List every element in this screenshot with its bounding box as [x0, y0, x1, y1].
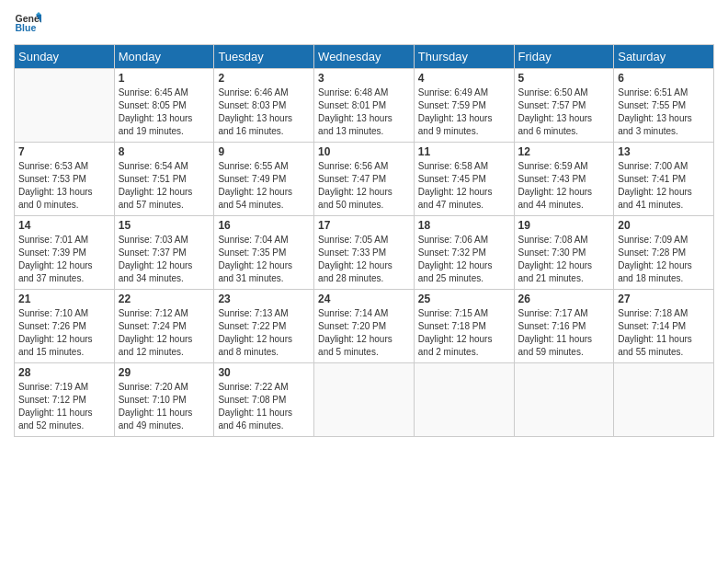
day-header-tuesday: Tuesday: [214, 45, 314, 69]
day-info: Sunrise: 6:53 AM Sunset: 7:53 PM Dayligh…: [18, 160, 110, 212]
calendar-cell: [314, 363, 415, 437]
calendar-cell: [614, 363, 714, 437]
calendar-cell: 21Sunrise: 7:10 AM Sunset: 7:26 PM Dayli…: [15, 290, 115, 363]
day-number: 26: [518, 293, 610, 305]
day-info: Sunrise: 7:05 AM Sunset: 7:33 PM Dayligh…: [318, 234, 410, 285]
svg-text:Blue: Blue: [16, 22, 37, 33]
day-number: 13: [618, 145, 710, 158]
day-number: 8: [119, 145, 210, 158]
day-number: 20: [618, 219, 710, 232]
day-info: Sunrise: 6:50 AM Sunset: 7:57 PM Dayligh…: [518, 86, 610, 138]
calendar-cell: 9Sunrise: 6:55 AM Sunset: 7:49 PM Daylig…: [214, 143, 314, 216]
day-number: 10: [318, 145, 410, 158]
calendar-cell: 19Sunrise: 7:08 AM Sunset: 7:30 PM Dayli…: [514, 216, 614, 290]
day-info: Sunrise: 7:19 AM Sunset: 7:12 PM Dayligh…: [18, 381, 110, 432]
day-number: 28: [18, 366, 110, 379]
day-info: Sunrise: 7:15 AM Sunset: 7:18 PM Dayligh…: [418, 307, 510, 359]
day-info: Sunrise: 7:00 AM Sunset: 7:41 PM Dayligh…: [618, 160, 710, 212]
calendar-cell: 24Sunrise: 7:14 AM Sunset: 7:20 PM Dayli…: [314, 290, 415, 363]
calendar-cell: 10Sunrise: 6:56 AM Sunset: 7:47 PM Dayli…: [314, 143, 415, 216]
day-number: 14: [18, 219, 110, 232]
calendar-week-2: 7Sunrise: 6:53 AM Sunset: 7:53 PM Daylig…: [15, 143, 714, 216]
logo-icon: General Blue: [14, 9, 41, 37]
day-number: 9: [218, 145, 310, 158]
calendar: SundayMondayTuesdayWednesdayThursdayFrid…: [14, 44, 714, 437]
calendar-cell: 29Sunrise: 7:20 AM Sunset: 7:10 PM Dayli…: [114, 363, 214, 437]
calendar-cell: 2Sunrise: 6:46 AM Sunset: 8:03 PM Daylig…: [214, 69, 314, 143]
calendar-cell: 23Sunrise: 7:13 AM Sunset: 7:22 PM Dayli…: [214, 290, 314, 363]
calendar-cell: 13Sunrise: 7:00 AM Sunset: 7:41 PM Dayli…: [614, 143, 714, 216]
day-info: Sunrise: 7:14 AM Sunset: 7:20 PM Dayligh…: [318, 307, 410, 359]
day-info: Sunrise: 6:48 AM Sunset: 8:01 PM Dayligh…: [318, 86, 410, 138]
day-number: 1: [119, 72, 210, 85]
day-number: 27: [618, 293, 710, 305]
day-number: 7: [18, 145, 110, 158]
calendar-cell: 14Sunrise: 7:01 AM Sunset: 7:39 PM Dayli…: [15, 216, 115, 290]
calendar-cell: 11Sunrise: 6:58 AM Sunset: 7:45 PM Dayli…: [414, 143, 514, 216]
calendar-cell: 18Sunrise: 7:06 AM Sunset: 7:32 PM Dayli…: [414, 216, 514, 290]
day-header-saturday: Saturday: [614, 45, 714, 69]
calendar-cell: [414, 363, 514, 437]
calendar-cell: 8Sunrise: 6:54 AM Sunset: 7:51 PM Daylig…: [114, 143, 214, 216]
day-number: 12: [518, 145, 610, 158]
day-number: 16: [218, 219, 310, 232]
calendar-cell: 30Sunrise: 7:22 AM Sunset: 7:08 PM Dayli…: [214, 363, 314, 437]
day-header-friday: Friday: [514, 45, 614, 69]
day-info: Sunrise: 7:06 AM Sunset: 7:32 PM Dayligh…: [418, 234, 510, 285]
day-number: 19: [518, 219, 610, 232]
day-info: Sunrise: 7:22 AM Sunset: 7:08 PM Dayligh…: [218, 381, 310, 432]
day-info: Sunrise: 6:45 AM Sunset: 8:05 PM Dayligh…: [119, 86, 210, 138]
calendar-cell: 3Sunrise: 6:48 AM Sunset: 8:01 PM Daylig…: [314, 69, 415, 143]
calendar-week-1: 1Sunrise: 6:45 AM Sunset: 8:05 PM Daylig…: [15, 69, 714, 143]
calendar-cell: 27Sunrise: 7:18 AM Sunset: 7:14 PM Dayli…: [614, 290, 714, 363]
day-header-monday: Monday: [114, 45, 214, 69]
day-number: 17: [318, 219, 410, 232]
day-number: 6: [618, 72, 710, 85]
day-info: Sunrise: 6:56 AM Sunset: 7:47 PM Dayligh…: [318, 160, 410, 212]
calendar-header-row: SundayMondayTuesdayWednesdayThursdayFrid…: [15, 45, 714, 69]
calendar-cell: 26Sunrise: 7:17 AM Sunset: 7:16 PM Dayli…: [514, 290, 614, 363]
day-info: Sunrise: 6:51 AM Sunset: 7:55 PM Dayligh…: [618, 86, 710, 138]
day-number: 4: [418, 72, 510, 85]
calendar-cell: 15Sunrise: 7:03 AM Sunset: 7:37 PM Dayli…: [114, 216, 214, 290]
day-header-thursday: Thursday: [414, 45, 514, 69]
day-number: 18: [418, 219, 510, 232]
day-info: Sunrise: 7:17 AM Sunset: 7:16 PM Dayligh…: [518, 307, 610, 359]
day-header-sunday: Sunday: [15, 45, 115, 69]
day-info: Sunrise: 6:55 AM Sunset: 7:49 PM Dayligh…: [218, 160, 310, 212]
day-info: Sunrise: 7:09 AM Sunset: 7:28 PM Dayligh…: [618, 234, 710, 285]
calendar-cell: 1Sunrise: 6:45 AM Sunset: 8:05 PM Daylig…: [114, 69, 214, 143]
day-number: 3: [318, 72, 410, 85]
day-number: 11: [418, 145, 510, 158]
day-number: 5: [518, 72, 610, 85]
day-number: 24: [318, 293, 410, 305]
calendar-cell: 4Sunrise: 6:49 AM Sunset: 7:59 PM Daylig…: [414, 69, 514, 143]
calendar-cell: [15, 69, 115, 143]
calendar-cell: 6Sunrise: 6:51 AM Sunset: 7:55 PM Daylig…: [614, 69, 714, 143]
day-info: Sunrise: 7:10 AM Sunset: 7:26 PM Dayligh…: [18, 307, 110, 359]
day-number: 25: [418, 293, 510, 305]
logo: General Blue: [14, 9, 47, 37]
day-number: 15: [119, 219, 210, 232]
calendar-cell: 5Sunrise: 6:50 AM Sunset: 7:57 PM Daylig…: [514, 69, 614, 143]
day-info: Sunrise: 7:13 AM Sunset: 7:22 PM Dayligh…: [218, 307, 310, 359]
day-number: 22: [119, 293, 210, 305]
day-info: Sunrise: 7:04 AM Sunset: 7:35 PM Dayligh…: [218, 234, 310, 285]
calendar-cell: 22Sunrise: 7:12 AM Sunset: 7:24 PM Dayli…: [114, 290, 214, 363]
calendar-cell: 16Sunrise: 7:04 AM Sunset: 7:35 PM Dayli…: [214, 216, 314, 290]
day-info: Sunrise: 6:54 AM Sunset: 7:51 PM Dayligh…: [119, 160, 210, 212]
calendar-cell: 12Sunrise: 6:59 AM Sunset: 7:43 PM Dayli…: [514, 143, 614, 216]
page-header: General Blue: [14, 9, 714, 37]
day-number: 2: [218, 72, 310, 85]
calendar-week-4: 21Sunrise: 7:10 AM Sunset: 7:26 PM Dayli…: [15, 290, 714, 363]
day-info: Sunrise: 7:01 AM Sunset: 7:39 PM Dayligh…: [18, 234, 110, 285]
day-number: 23: [218, 293, 310, 305]
day-info: Sunrise: 7:08 AM Sunset: 7:30 PM Dayligh…: [518, 234, 610, 285]
calendar-cell: 20Sunrise: 7:09 AM Sunset: 7:28 PM Dayli…: [614, 216, 714, 290]
day-header-wednesday: Wednesday: [314, 45, 415, 69]
calendar-week-3: 14Sunrise: 7:01 AM Sunset: 7:39 PM Dayli…: [15, 216, 714, 290]
day-number: 30: [218, 366, 310, 379]
calendar-cell: 28Sunrise: 7:19 AM Sunset: 7:12 PM Dayli…: [15, 363, 115, 437]
day-number: 21: [18, 293, 110, 305]
calendar-cell: 7Sunrise: 6:53 AM Sunset: 7:53 PM Daylig…: [15, 143, 115, 216]
